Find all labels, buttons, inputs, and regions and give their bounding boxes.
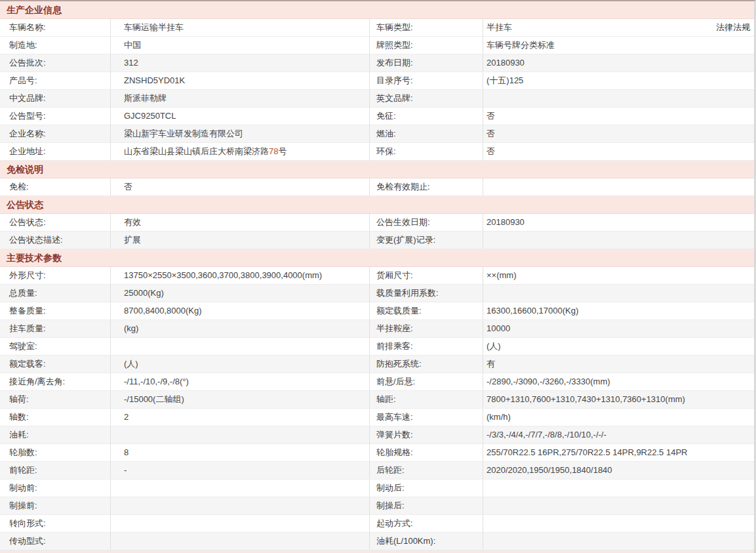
field-label: 公告批次:: [0, 54, 110, 72]
section-header: 免检说明: [0, 161, 754, 178]
section-header: 生产企业信息: [0, 1, 754, 19]
next-section-header-partial: [0, 550, 754, 553]
table-row: 整备质量:8700,8400,8000(Kg)额定载质量:16300,16600…: [0, 302, 754, 320]
table-row: 挂车质量:(kg)半挂鞍座:10000: [0, 320, 754, 338]
field-value: 20180930: [483, 54, 754, 72]
field-label: 燃油:: [369, 125, 483, 142]
field-value: 中国: [110, 37, 369, 54]
field-label: 挂车质量:: [0, 320, 110, 337]
field-value: 车辆运输半挂车: [110, 19, 369, 36]
field-label: 企业地址:: [0, 143, 110, 160]
field-label: 轴距:: [369, 391, 483, 408]
field-value: -: [110, 462, 369, 479]
field-value: 8700,8400,8000(Kg): [110, 302, 369, 319]
field-value: [483, 515, 754, 532]
field-value: [110, 497, 369, 514]
field-value: -/11,-/10,-/9,-/8(°): [110, 373, 369, 390]
field-value: (kg): [110, 320, 369, 337]
field-label: 起动方式:: [369, 515, 483, 532]
table-row: 中文品牌:斯派菲勒牌英文品牌:: [0, 90, 754, 108]
field-value: 8: [110, 444, 369, 461]
field-label: 公告状态:: [0, 214, 110, 231]
field-label: 发布日期:: [369, 54, 483, 72]
field-label: 制造地:: [0, 37, 110, 54]
field-label: 免征:: [369, 108, 483, 125]
highlighted-text: 78: [269, 146, 278, 156]
field-label: 前轮距:: [0, 462, 110, 479]
table-row: 前轮距:-后轮距:2020/2020,1950/1950,1840/1840: [0, 462, 754, 480]
field-label: 轮胎规格:: [369, 444, 483, 461]
table-row: 公告型号:GJC9250TCL免征:否: [0, 108, 754, 125]
field-label: 载质量利用系数:: [369, 285, 483, 302]
field-label: 环保:: [369, 143, 483, 160]
vehicle-spec-page: 生产企业信息车辆名称:车辆运输半挂车车辆类型:半挂车法律法规制造地:中国牌照类型…: [0, 0, 756, 553]
table-row: 企业地址:山东省梁山县梁山镇后庄大桥南梁济路78号环保:否: [0, 143, 754, 161]
laws-regulations-link[interactable]: 法律法规: [716, 19, 750, 36]
field-value: 2: [110, 409, 369, 426]
table-row: 公告状态描述:扩展变更(扩展)记录:: [0, 232, 754, 249]
field-label: 轴数:: [0, 409, 110, 426]
field-label: 中文品牌:: [0, 90, 110, 107]
table-row: 产品号:ZNSHD5YD01K目录序号:(十五)125: [0, 72, 754, 90]
field-value: [110, 533, 369, 550]
field-label: 额定载客:: [0, 356, 110, 373]
field-value: 13750×2550×3500,3600,3700,3800,3900,4000…: [110, 267, 369, 284]
field-value: 有效: [110, 214, 369, 231]
field-label: 弹簧片数:: [369, 426, 483, 443]
field-value: 255/70R22.5 16PR,275/70R22.5 14PR,9R22.5…: [483, 444, 754, 461]
table-row: 制动前:制动后:: [0, 480, 754, 497]
field-value: 7800+1310,7600+1310,7430+1310,7360+1310(…: [483, 391, 754, 408]
field-label: 目录序号:: [369, 72, 483, 89]
field-value: [483, 497, 754, 514]
table-row: 制操前:制操后:: [0, 497, 754, 515]
field-value: (人): [483, 338, 754, 355]
field-value: ZNSHD5YD01K: [110, 72, 369, 89]
field-label: 公告生效日期:: [369, 214, 483, 231]
field-value: (十五)125: [483, 72, 754, 89]
table-row: 驾驶室:前排乘客:(人): [0, 338, 754, 356]
table-row: 免检:否免检有效期止:: [0, 178, 754, 196]
table-row: 传动型式:油耗(L/100Km):: [0, 533, 754, 550]
field-label: 前悬/后悬:: [369, 373, 483, 390]
field-value: 20180930: [483, 214, 754, 231]
field-value: [110, 426, 369, 443]
table-row: 车辆名称:车辆运输半挂车车辆类型:半挂车法律法规: [0, 19, 754, 37]
field-label: 英文品牌:: [369, 90, 483, 107]
field-value: GJC9250TCL: [110, 108, 369, 125]
field-label: 公告状态描述:: [0, 232, 110, 249]
field-value: 车辆号牌分类标准: [483, 37, 754, 54]
section-header: 主要技术参数: [0, 249, 754, 267]
field-label: 驾驶室:: [0, 338, 110, 355]
field-value: 半挂车法律法规: [483, 19, 754, 36]
table-row: 公告状态:有效公告生效日期:20180930: [0, 214, 754, 232]
spec-table: 生产企业信息车辆名称:车辆运输半挂车车辆类型:半挂车法律法规制造地:中国牌照类型…: [0, 1, 754, 550]
field-label: 整备质量:: [0, 302, 110, 319]
table-row: 额定载客:(人)防抱死系统:有: [0, 356, 754, 373]
field-value: [483, 178, 754, 195]
table-row: 油耗:弹簧片数:-/3/3,-/4/4,-/7/7,-/8/8,-/10/10,…: [0, 426, 754, 444]
field-label: 制动后:: [369, 480, 483, 497]
field-label: 转向形式:: [0, 515, 110, 532]
field-label: 传动型式:: [0, 533, 110, 550]
field-label: 后轮距:: [369, 462, 483, 479]
field-label: 防抱死系统:: [369, 356, 483, 373]
field-value: 梁山新宇车业研发制造有限公司: [110, 125, 369, 142]
field-label: 牌照类型:: [369, 37, 483, 54]
field-label: 车辆名称:: [0, 19, 110, 36]
field-value: 否: [483, 125, 754, 142]
table-row: 转向形式:起动方式:: [0, 515, 754, 533]
table-row: 轮胎数:8轮胎规格:255/70R22.5 16PR,275/70R22.5 1…: [0, 444, 754, 462]
field-value: 斯派菲勒牌: [110, 90, 369, 107]
field-value: -/15000(二轴组): [110, 391, 369, 408]
field-label: 油耗(L/100Km):: [369, 533, 483, 550]
field-value: 有: [483, 356, 754, 373]
field-value: 10000: [483, 320, 754, 337]
field-value: 2020/2020,1950/1950,1840/1840: [483, 462, 754, 479]
field-value: [483, 285, 754, 302]
field-value: -/3/3,-/4/4,-/7/7,-/8/8,-/10/10,-/-/-: [483, 426, 754, 443]
field-value: 扩展: [110, 232, 369, 249]
field-value: (km/h): [483, 409, 754, 426]
field-value: 否: [483, 143, 754, 160]
field-value: [483, 533, 754, 550]
field-label: 企业名称:: [0, 125, 110, 142]
